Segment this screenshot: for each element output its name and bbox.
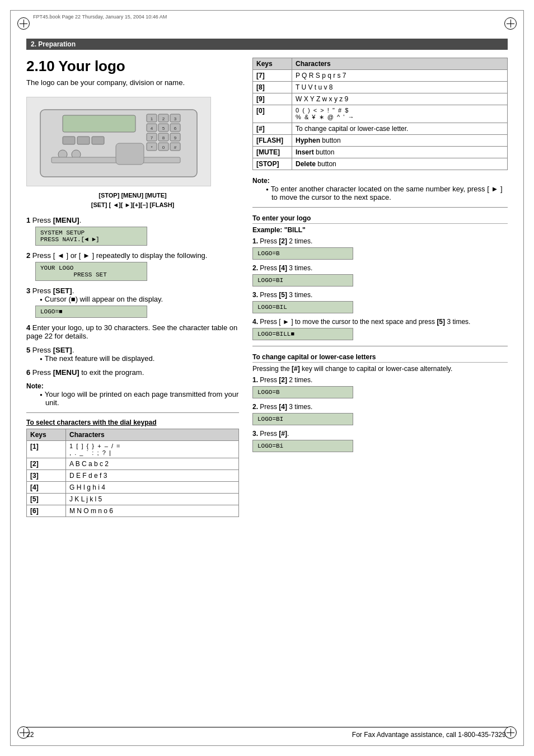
dial-table-header-keys: Keys xyxy=(27,429,66,441)
step-5: 5 Press [SET]. The next feature will be … xyxy=(26,346,239,363)
chars-6: M N O m n o 6 xyxy=(66,505,239,517)
table-row: [STOP] Delete button xyxy=(253,158,508,170)
key-4: [4] xyxy=(27,482,66,494)
right-chars-table: Keys Characters [7] P Q R S p q r s 7 [8… xyxy=(252,58,508,170)
key-5: [5] xyxy=(27,494,66,505)
content-area: 2. Preparation 2.10 Your logo The logo c… xyxy=(11,11,523,547)
dial-keypad-title: To select characters with the dial keypa… xyxy=(26,419,239,426)
enter-logo-step-1: 1. Press [2] 2 times. LOGO=B xyxy=(252,237,508,260)
table-row: [#] To change capital or lower-case lett… xyxy=(253,123,508,135)
enter-logo-steps: 1. Press [2] 2 times. LOGO=B 2. Press [4… xyxy=(252,237,508,340)
key-7: [7] xyxy=(253,70,292,82)
key-2: [2] xyxy=(27,458,66,470)
table-row: [MUTE] Insert button xyxy=(253,147,508,158)
step-1: 1 Press [MENU]. SYSTEM SETUP PRESS NAVI.… xyxy=(26,216,239,246)
right-column: Keys Characters [7] P Q R S p q r s 7 [8… xyxy=(252,58,508,525)
step-1-text: Press [MENU]. xyxy=(32,216,81,224)
step-2-num: 2 xyxy=(26,251,30,260)
table-row: [0] 0 ( ) < > ! " # $ % & ¥ ∗ @ ^ ' → xyxy=(253,105,508,123)
fax-label-row2: [SET] [ ◄][ ►][+][–] [FLASH] xyxy=(26,200,239,210)
table-row: [3] D E F d e f 3 xyxy=(27,470,239,482)
divider-3 xyxy=(252,346,508,346)
step-4-num: 4 xyxy=(26,323,30,332)
table-row: [4] G H I g h i 4 xyxy=(27,482,239,494)
table-row: [2] A B C a b c 2 xyxy=(27,458,239,470)
svg-text:2: 2 xyxy=(162,116,165,121)
left-column: 2.10 Your logo The logo can be your comp… xyxy=(26,58,239,525)
two-col-layout: 2.10 Your logo The logo can be your comp… xyxy=(26,58,508,525)
page-footer: 22 For Fax Advantage assistance, call 1-… xyxy=(26,727,508,739)
fax-label-text2: [SET] [ ◄][ ►][+][–] [FLASH] xyxy=(91,201,175,208)
chars-5: J K L j k l 5 xyxy=(66,494,239,505)
svg-rect-1 xyxy=(63,115,135,132)
step-3-bullet: Cursor (■) will appear on the display. xyxy=(40,295,239,303)
section-header: 2. Preparation xyxy=(26,39,508,50)
step-6-text: Press [MENU] to exit the program. xyxy=(32,368,144,377)
step-2-display: YOUR LOGO PRESS SET xyxy=(35,262,147,281)
enter-logo-display-3: LOGO=BIL xyxy=(252,301,353,313)
steps-container: 1 Press [MENU]. SYSTEM SETUP PRESS NAVI.… xyxy=(26,216,239,377)
chars-mute: Insert button xyxy=(292,147,508,158)
note-1-label: Note: xyxy=(26,382,239,390)
chars-2: A B C a b c 2 xyxy=(66,458,239,470)
corner-mark-tl xyxy=(17,17,30,30)
right-table-header-keys: Keys xyxy=(253,58,292,70)
key-6: [6] xyxy=(27,505,66,517)
step-4-text: Enter your logo, up to 30 characters. Se… xyxy=(26,323,237,340)
enter-logo-step-2: 2. Press [4] 3 times. LOGO=BI xyxy=(252,264,508,287)
svg-rect-2 xyxy=(63,137,75,144)
change-case-step-3: 3. Press [#]. LOGO=Bi xyxy=(252,430,508,452)
svg-text:5: 5 xyxy=(162,126,165,131)
step-3-num: 3 xyxy=(26,287,30,295)
change-case-steps: 1. Press [2] 2 times. LOGO=B 2. Press [4… xyxy=(252,376,508,452)
svg-text:8: 8 xyxy=(162,135,165,140)
step-3: 3 Press [SET]. Cursor (■) will appear on… xyxy=(26,287,239,318)
table-row: [1] 1 [ ] { } + – / = , . _ ` : ; ? | xyxy=(27,441,239,458)
chars-1: 1 [ ] { } + – / = , . _ ` : ; ? | xyxy=(66,441,239,458)
svg-rect-3 xyxy=(77,137,90,144)
table-row: [6] M N O m n o 6 xyxy=(27,505,239,517)
key-stop: [STOP] xyxy=(253,158,292,170)
subtitle: The logo can be your company, division o… xyxy=(26,78,239,87)
step-4: 4 Enter your logo, up to 30 characters. … xyxy=(26,323,239,340)
table-row: [FLASH] Hyphen button xyxy=(253,135,508,147)
svg-text:*: * xyxy=(151,145,152,150)
step-5-text: Press [SET]. xyxy=(32,346,74,354)
key-8: [8] xyxy=(253,82,292,93)
note-2-label: Note: xyxy=(252,177,508,185)
table-row: [9] W X Y Z w x y z 9 xyxy=(253,93,508,105)
change-case-title: To change capital or lower-case letters xyxy=(252,353,508,363)
main-title: 2.10 Your logo xyxy=(26,58,239,75)
right-table-header-chars: Characters xyxy=(292,58,508,70)
enter-logo-display-1: LOGO=B xyxy=(252,247,353,260)
chars-flash: Hyphen button xyxy=(292,135,508,147)
chars-3: D E F d e f 3 xyxy=(66,470,239,482)
fax-label-row1: [STOP] [MENU] [MUTE] xyxy=(26,191,239,200)
step-6: 6 Press [MENU] to exit the program. xyxy=(26,368,239,377)
svg-text:4: 4 xyxy=(151,126,153,131)
change-case-desc: Pressing the [#] key will change to capi… xyxy=(252,365,508,373)
step-3-display: LOGO=■ xyxy=(35,306,147,318)
enter-logo-step-4: 4. Press [ ► ] to move the cursor to the… xyxy=(252,318,508,340)
table-row: [8] T U V t u v 8 xyxy=(253,82,508,93)
svg-rect-32 xyxy=(116,143,144,165)
dial-keypad-table: Keys Characters [1] 1 [ ] { } + – / = , … xyxy=(26,429,239,517)
key-hash: [#] xyxy=(253,123,292,135)
svg-rect-4 xyxy=(92,137,104,144)
chars-hash: To change capital or lower-case letter. xyxy=(292,123,508,135)
fax-machine-image: 1 2 3 4 5 6 7 8 9 * 0 # xyxy=(26,97,211,186)
svg-text:9: 9 xyxy=(174,135,177,140)
key-3: [3] xyxy=(27,470,66,482)
step-2-text: Press [ ◄ ] or [ ► ] repeatedly to displ… xyxy=(32,251,208,260)
enter-logo-display-2: LOGO=BI xyxy=(252,274,353,287)
page-border: FPT45.book Page 22 Thursday, January 15,… xyxy=(10,10,524,746)
step-5-bullet: The next feature will be displayed. xyxy=(40,354,239,363)
svg-text:0: 0 xyxy=(162,145,165,150)
svg-text:1: 1 xyxy=(151,116,153,121)
key-flash: [FLASH] xyxy=(253,135,292,147)
enter-logo-step-3: 3. Press [5] 3 times. LOGO=BIL xyxy=(252,291,508,313)
note-2: Note: To enter another character located… xyxy=(252,177,508,201)
chars-9: W X Y Z w x y z 9 xyxy=(292,93,508,105)
table-row: [7] P Q R S p q r s 7 xyxy=(253,70,508,82)
dial-table-header-chars: Characters xyxy=(66,429,239,441)
